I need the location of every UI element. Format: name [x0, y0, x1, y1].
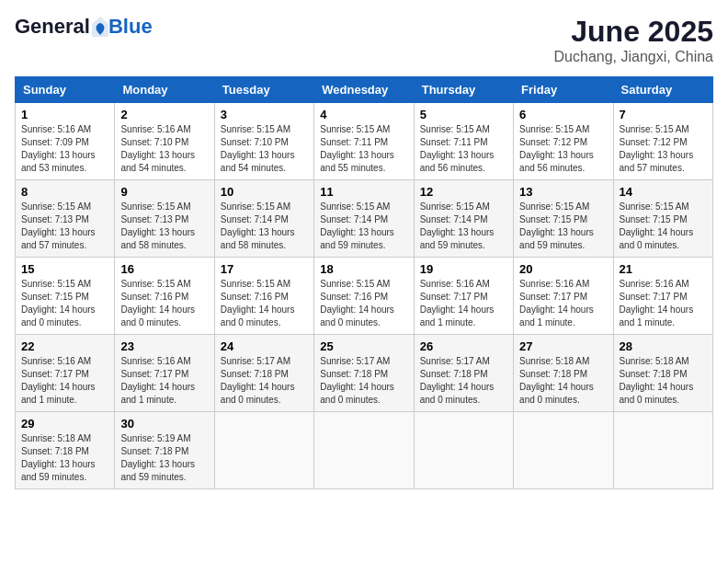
day-info: Sunrise: 5:16 AMSunset: 7:17 PMDaylight:…	[620, 278, 707, 329]
day-number: 12	[420, 185, 507, 199]
day-info: Sunrise: 5:15 AMSunset: 7:14 PMDaylight:…	[420, 201, 507, 252]
day-number: 2	[120, 108, 208, 121]
calendar-day-2: 2Sunrise: 5:16 AMSunset: 7:10 PMDaylight…	[115, 103, 214, 180]
day-number: 29	[21, 417, 108, 431]
day-info: Sunrise: 5:17 AMSunset: 7:18 PMDaylight:…	[221, 355, 308, 407]
day-number: 25	[320, 339, 407, 353]
logo-blue: Blue	[108, 15, 153, 39]
day-info: Sunrise: 5:16 AMSunset: 7:17 PMDaylight:…	[21, 355, 108, 407]
day-number: 21	[620, 262, 707, 276]
calendar-header-row: SundayMondayTuesdayWednesdayThursdayFrid…	[16, 77, 713, 103]
calendar-day-19: 19Sunrise: 5:16 AMSunset: 7:17 PMDayligh…	[414, 258, 513, 335]
day-number: 7	[620, 108, 707, 121]
day-info: Sunrise: 5:17 AMSunset: 7:18 PMDaylight:…	[420, 355, 507, 407]
col-header-friday: Friday	[514, 77, 613, 103]
day-info: Sunrise: 5:16 AMSunset: 7:17 PMDaylight:…	[420, 278, 507, 329]
calendar-day-5: 5Sunrise: 5:15 AMSunset: 7:11 PMDaylight…	[414, 103, 513, 180]
calendar-day-empty	[214, 412, 313, 489]
calendar-day-28: 28Sunrise: 5:18 AMSunset: 7:18 PMDayligh…	[613, 335, 712, 412]
title-block: June 2025 Duchang, Jiangxi, China	[554, 15, 713, 65]
day-number: 23	[120, 339, 208, 353]
col-header-tuesday: Tuesday	[214, 77, 313, 103]
calendar-day-empty	[514, 412, 613, 489]
calendar-day-empty	[414, 412, 513, 489]
calendar-day-24: 24Sunrise: 5:17 AMSunset: 7:18 PMDayligh…	[214, 335, 313, 412]
day-info: Sunrise: 5:15 AMSunset: 7:11 PMDaylight:…	[420, 123, 507, 175]
calendar-day-7: 7Sunrise: 5:15 AMSunset: 7:12 PMDaylight…	[613, 103, 712, 180]
day-info: Sunrise: 5:16 AMSunset: 7:17 PMDaylight:…	[519, 278, 607, 329]
day-info: Sunrise: 5:15 AMSunset: 7:16 PMDaylight:…	[320, 278, 407, 329]
day-number: 14	[620, 185, 707, 199]
day-info: Sunrise: 5:15 AMSunset: 7:14 PMDaylight:…	[320, 201, 407, 252]
calendar-day-10: 10Sunrise: 5:15 AMSunset: 7:14 PMDayligh…	[214, 180, 313, 258]
page-header: General Blue June 2025 Duchang, Jiangxi,…	[15, 15, 713, 65]
day-number: 5	[420, 108, 507, 121]
day-info: Sunrise: 5:15 AMSunset: 7:15 PMDaylight:…	[21, 278, 108, 329]
calendar-day-14: 14Sunrise: 5:15 AMSunset: 7:15 PMDayligh…	[613, 180, 712, 258]
day-number: 18	[320, 262, 407, 276]
day-number: 8	[21, 185, 108, 199]
calendar-week-2: 8Sunrise: 5:15 AMSunset: 7:13 PMDaylight…	[16, 180, 713, 258]
day-number: 17	[221, 262, 308, 276]
day-number: 26	[420, 339, 507, 353]
day-info: Sunrise: 5:15 AMSunset: 7:12 PMDaylight:…	[519, 123, 607, 175]
day-number: 30	[120, 417, 208, 431]
day-number: 10	[221, 185, 308, 199]
calendar-day-9: 9Sunrise: 5:15 AMSunset: 7:13 PMDaylight…	[115, 180, 214, 258]
day-number: 28	[620, 339, 707, 353]
logo-general: General	[15, 15, 90, 39]
col-header-sunday: Sunday	[16, 77, 115, 103]
day-info: Sunrise: 5:19 AMSunset: 7:18 PMDaylight:…	[120, 432, 208, 484]
calendar-day-1: 1Sunrise: 5:16 AMSunset: 7:09 PMDaylight…	[16, 103, 115, 180]
col-header-thursday: Thursday	[414, 77, 513, 103]
day-info: Sunrise: 5:15 AMSunset: 7:15 PMDaylight:…	[620, 201, 707, 252]
calendar-day-empty	[613, 412, 712, 489]
day-info: Sunrise: 5:17 AMSunset: 7:18 PMDaylight:…	[320, 355, 407, 407]
calendar-day-21: 21Sunrise: 5:16 AMSunset: 7:17 PMDayligh…	[613, 258, 712, 335]
day-info: Sunrise: 5:15 AMSunset: 7:11 PMDaylight:…	[320, 123, 407, 175]
logo-icon	[92, 17, 108, 37]
calendar-week-1: 1Sunrise: 5:16 AMSunset: 7:09 PMDaylight…	[16, 103, 713, 180]
calendar-day-empty	[314, 412, 414, 489]
calendar-day-30: 30Sunrise: 5:19 AMSunset: 7:18 PMDayligh…	[115, 412, 214, 489]
day-number: 9	[120, 185, 208, 199]
calendar-day-23: 23Sunrise: 5:16 AMSunset: 7:17 PMDayligh…	[115, 335, 214, 412]
day-info: Sunrise: 5:16 AMSunset: 7:10 PMDaylight:…	[120, 123, 208, 175]
calendar-day-29: 29Sunrise: 5:18 AMSunset: 7:18 PMDayligh…	[16, 412, 115, 489]
calendar-day-16: 16Sunrise: 5:15 AMSunset: 7:16 PMDayligh…	[115, 258, 214, 335]
day-number: 16	[120, 262, 208, 276]
day-number: 19	[420, 262, 507, 276]
calendar-day-11: 11Sunrise: 5:15 AMSunset: 7:14 PMDayligh…	[314, 180, 414, 258]
calendar-day-15: 15Sunrise: 5:15 AMSunset: 7:15 PMDayligh…	[16, 258, 115, 335]
calendar-day-13: 13Sunrise: 5:15 AMSunset: 7:15 PMDayligh…	[514, 180, 613, 258]
day-info: Sunrise: 5:16 AMSunset: 7:09 PMDaylight:…	[21, 123, 108, 175]
calendar-day-25: 25Sunrise: 5:17 AMSunset: 7:18 PMDayligh…	[314, 335, 414, 412]
day-number: 22	[21, 339, 108, 353]
calendar-week-4: 22Sunrise: 5:16 AMSunset: 7:17 PMDayligh…	[16, 335, 713, 412]
calendar-day-18: 18Sunrise: 5:15 AMSunset: 7:16 PMDayligh…	[314, 258, 414, 335]
day-number: 4	[320, 108, 407, 121]
calendar-day-22: 22Sunrise: 5:16 AMSunset: 7:17 PMDayligh…	[16, 335, 115, 412]
day-number: 1	[21, 108, 108, 121]
col-header-wednesday: Wednesday	[314, 77, 414, 103]
calendar-day-12: 12Sunrise: 5:15 AMSunset: 7:14 PMDayligh…	[414, 180, 513, 258]
col-header-saturday: Saturday	[613, 77, 712, 103]
calendar-week-5: 29Sunrise: 5:18 AMSunset: 7:18 PMDayligh…	[16, 412, 713, 489]
day-number: 13	[519, 185, 607, 199]
day-number: 24	[221, 339, 308, 353]
day-info: Sunrise: 5:16 AMSunset: 7:17 PMDaylight:…	[120, 355, 208, 407]
day-info: Sunrise: 5:15 AMSunset: 7:16 PMDaylight:…	[221, 278, 308, 329]
day-info: Sunrise: 5:15 AMSunset: 7:12 PMDaylight:…	[620, 123, 707, 175]
day-number: 15	[21, 262, 108, 276]
day-info: Sunrise: 5:18 AMSunset: 7:18 PMDaylight:…	[519, 355, 607, 407]
day-info: Sunrise: 5:18 AMSunset: 7:18 PMDaylight:…	[620, 355, 707, 407]
calendar-day-6: 6Sunrise: 5:15 AMSunset: 7:12 PMDaylight…	[514, 103, 613, 180]
calendar-day-4: 4Sunrise: 5:15 AMSunset: 7:11 PMDaylight…	[314, 103, 414, 180]
day-number: 11	[320, 185, 407, 199]
calendar-day-27: 27Sunrise: 5:18 AMSunset: 7:18 PMDayligh…	[514, 335, 613, 412]
calendar-day-8: 8Sunrise: 5:15 AMSunset: 7:13 PMDaylight…	[16, 180, 115, 258]
day-info: Sunrise: 5:15 AMSunset: 7:10 PMDaylight:…	[221, 123, 308, 175]
calendar-day-26: 26Sunrise: 5:17 AMSunset: 7:18 PMDayligh…	[414, 335, 513, 412]
day-number: 3	[221, 108, 308, 121]
calendar-day-20: 20Sunrise: 5:16 AMSunset: 7:17 PMDayligh…	[514, 258, 613, 335]
